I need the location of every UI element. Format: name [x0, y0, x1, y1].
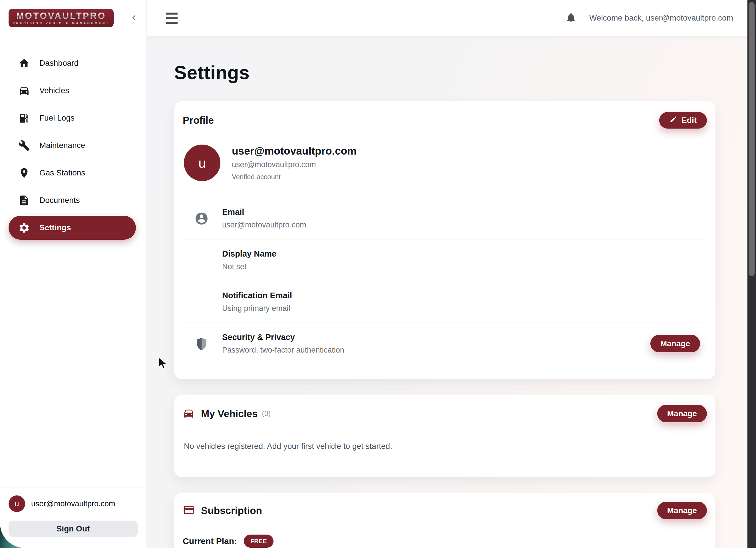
my-vehicles-card: My Vehicles (0) Manage No vehicles regis…: [174, 395, 715, 477]
notification-email-row: Notification Email Using primary email: [183, 281, 707, 323]
avatar: u: [184, 144, 220, 181]
sidebar-item-settings[interactable]: Settings: [9, 216, 136, 240]
sidebar-user-row: u user@motovaultpro.com: [9, 495, 138, 512]
manage-vehicles-button[interactable]: Manage: [657, 405, 707, 422]
credit-card-icon: [183, 504, 195, 517]
account-circle-icon: [194, 210, 210, 226]
profile-verified-status: Verified account: [232, 173, 357, 181]
scrollbar-thumb[interactable]: [749, 2, 755, 276]
sidebar-item-label: Vehicles: [39, 86, 69, 95]
row-value: Not set: [222, 262, 707, 271]
page-title: Settings: [174, 62, 715, 83]
manage-security-button[interactable]: Manage: [650, 335, 700, 352]
security-privacy-row: Security & Privacy Password, two-factor …: [183, 323, 707, 364]
subscription-section-title: Subscription: [201, 505, 262, 516]
sidebar-item-label: Documents: [39, 196, 80, 205]
map-pin-icon: [18, 167, 30, 179]
sidebar-item-maintenance[interactable]: Maintenance: [9, 133, 136, 157]
sidebar-logo-area: MOTOVAULTPRO PRECISION VEHICLE MANAGEMEN…: [0, 0, 146, 36]
profile-name: user@motovaultpro.com: [232, 145, 357, 157]
car-icon: [18, 85, 30, 97]
sidebar-item-label: Maintenance: [39, 141, 85, 150]
profile-email: user@motovaultpro.com: [232, 160, 357, 169]
sidebar-item-label: Gas Stations: [39, 168, 85, 177]
app-logo-subtitle: PRECISION VEHICLE MANAGEMENT: [13, 22, 110, 25]
vehicles-empty-message: No vehicles registered. Add your first v…: [183, 442, 707, 451]
sidebar-item-label: Settings: [39, 223, 71, 232]
hamburger-menu-button[interactable]: [166, 13, 178, 24]
main-content: Settings Profile Edit u user@motovaultpr…: [147, 37, 747, 548]
sidebar: MOTOVAULTPRO PRECISION VEHICLE MANAGEMEN…: [0, 0, 146, 548]
top-header: Welcome back, user@motovaultpro.com: [147, 0, 747, 36]
subscription-card: Subscription Manage Current Plan: FREE: [174, 493, 715, 548]
shield-icon: [194, 336, 210, 352]
edit-button-label: Edit: [681, 116, 697, 125]
chevron-left-icon: [129, 13, 139, 23]
display-name-row: Display Name Not set: [183, 239, 707, 281]
sidebar-item-label: Dashboard: [39, 59, 79, 68]
edit-profile-button[interactable]: Edit: [659, 112, 707, 128]
gear-icon: [18, 222, 30, 234]
welcome-message: Welcome back, user@motovaultpro.com: [589, 13, 733, 23]
sidebar-item-dashboard[interactable]: Dashboard: [9, 51, 136, 75]
scrollbar-track[interactable]: [747, 0, 756, 548]
sidebar-item-fuel-logs[interactable]: Fuel Logs: [9, 106, 136, 130]
plan-badge: FREE: [244, 535, 274, 548]
sidebar-user-email: user@motovaultpro.com: [31, 499, 115, 508]
bell-icon: [565, 12, 577, 24]
notifications-button[interactable]: [565, 12, 577, 24]
sidebar-item-vehicles[interactable]: Vehicles: [9, 79, 136, 103]
row-icon-placeholder: [194, 294, 210, 310]
sidebar-item-gas-stations[interactable]: Gas Stations: [9, 161, 136, 185]
vehicles-section-title: My Vehicles: [201, 408, 258, 420]
app-logo-title: MOTOVAULTPRO: [16, 11, 106, 20]
vehicles-count: (0): [262, 410, 271, 418]
pencil-icon: [669, 115, 681, 125]
home-icon: [18, 57, 30, 69]
row-icon-placeholder: [194, 252, 210, 268]
profile-identity: u user@motovaultpro.com user@motovaultpr…: [183, 144, 707, 181]
current-plan-label: Current Plan:: [183, 536, 237, 546]
sidebar-item-documents[interactable]: Documents: [9, 188, 136, 212]
row-value: user@motovaultpro.com: [222, 220, 707, 229]
profile-settings-rows: Email user@motovaultpro.com Display Name…: [183, 198, 707, 364]
sidebar-user-section: u user@motovaultpro.com Sign Out: [0, 487, 146, 548]
avatar: u: [9, 495, 25, 512]
profile-card: Profile Edit u user@motovaultpro.com use…: [174, 101, 715, 379]
manage-subscription-button[interactable]: Manage: [657, 502, 707, 519]
sidebar-item-label: Fuel Logs: [39, 113, 75, 122]
row-label: Email: [222, 207, 707, 217]
row-value: Using primary email: [222, 304, 707, 313]
app-logo: MOTOVAULTPRO PRECISION VEHICLE MANAGEMEN…: [9, 9, 114, 27]
row-label: Display Name: [222, 249, 707, 258]
fuel-pump-icon: [18, 112, 30, 124]
sign-out-button[interactable]: Sign Out: [9, 521, 138, 537]
row-label: Notification Email: [222, 291, 707, 300]
sidebar-nav: Dashboard Vehicles Fuel Logs Maintenance…: [0, 36, 146, 240]
car-icon: [183, 407, 195, 420]
document-icon: [18, 194, 30, 206]
row-label: Security & Privacy: [222, 333, 650, 342]
profile-section-title: Profile: [183, 115, 214, 126]
sidebar-collapse-button[interactable]: [129, 13, 139, 23]
row-value: Password, two-factor authentication: [222, 346, 650, 355]
email-row: Email user@motovaultpro.com: [183, 198, 707, 239]
wrench-icon: [18, 140, 30, 151]
